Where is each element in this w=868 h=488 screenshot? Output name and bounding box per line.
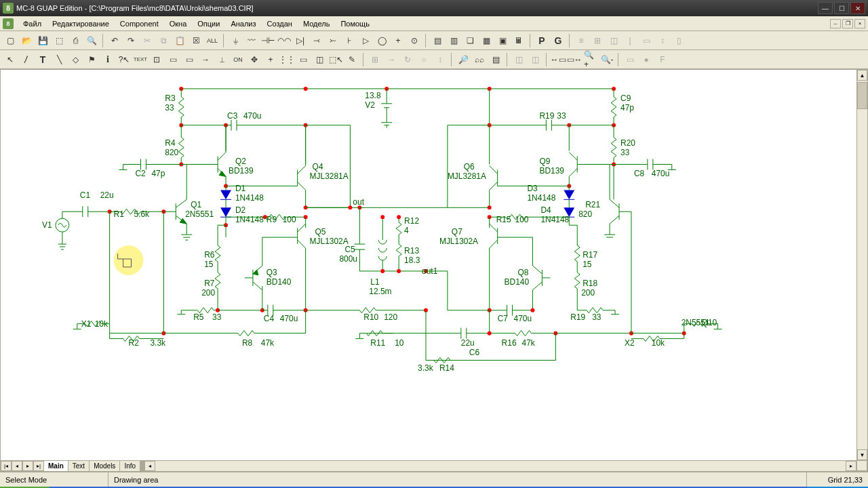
inductor-icon[interactable]: ◠◠ [277, 33, 292, 48]
net-tool[interactable]: ⊡ [149, 52, 164, 67]
lbl-r6v: 15 [204, 260, 214, 269]
scroll-up-icon[interactable]: ▲ [857, 70, 867, 81]
menu-file[interactable]: Файл [18, 20, 47, 28]
cascade-icon[interactable]: ❏ [462, 33, 477, 48]
edit-tool[interactable]: ✎ [344, 52, 359, 67]
text-tool[interactable]: T [35, 52, 50, 67]
minimize-button[interactable]: — [818, 2, 833, 14]
menu-options[interactable]: Опции [192, 20, 225, 28]
paste-icon[interactable]: 📋 [172, 33, 187, 48]
source-icon[interactable]: ◯ [374, 33, 389, 48]
mdi-close[interactable]: × [854, 19, 865, 28]
new-icon[interactable]: ▢ [3, 33, 18, 48]
tab-first-icon[interactable]: |◂ [1, 461, 12, 471]
diode-icon[interactable]: ▷| [293, 33, 308, 48]
vertical-scrollbar[interactable]: ▲ ▼ [856, 70, 867, 460]
svg-point-2 [304, 87, 308, 91]
menu-help[interactable]: Помощь [335, 20, 375, 28]
menu-create[interactable]: Создан [262, 20, 298, 28]
close-button[interactable]: ✕ [850, 2, 865, 14]
help-tool[interactable]: ?↖ [117, 52, 132, 67]
select-tool[interactable]: ↖ [3, 52, 18, 67]
open-icon[interactable]: 📂 [19, 33, 34, 48]
scroll-right-icon[interactable]: ▸ [846, 461, 856, 471]
undo-icon[interactable]: ↶ [107, 33, 122, 48]
menu-edit[interactable]: Редактирование [47, 20, 115, 28]
lbl-q5: Q5 [315, 227, 326, 237]
scroll-thumb[interactable] [857, 82, 867, 109]
plus-tool[interactable]: + [263, 52, 278, 67]
g-tool[interactable]: G [551, 33, 566, 48]
window-icon[interactable]: ▣ [495, 33, 510, 48]
scroll-down-icon[interactable]: ▼ [857, 449, 867, 460]
ground-icon[interactable]: ⏚ [228, 33, 243, 48]
move-tool[interactable]: ✥ [247, 52, 262, 67]
fit2-icon[interactable]: ▭↔ [567, 52, 582, 67]
delete-icon[interactable]: ☒ [189, 33, 203, 48]
mdi-minimize[interactable]: – [830, 19, 841, 28]
tab-main[interactable]: Main [44, 461, 68, 471]
tab-text[interactable]: Text [68, 461, 90, 471]
dotsrc-icon[interactable]: ⊙ [407, 33, 422, 48]
find-icon[interactable]: 🔎 [456, 52, 471, 67]
p-tool[interactable]: P [534, 33, 549, 48]
tile-v-icon[interactable]: ▥ [446, 33, 461, 48]
tab-info[interactable]: Info [120, 461, 140, 471]
menu-windows[interactable]: Окна [164, 20, 193, 28]
line-tool[interactable]: ╲ [52, 52, 66, 67]
zoomout-icon[interactable]: 🔍- [599, 52, 614, 67]
rect-tool[interactable]: ▭ [296, 52, 311, 67]
menu-component[interactable]: Component [115, 20, 164, 28]
statusbar: Select Mode Drawing area Grid 21,33 [0, 472, 868, 487]
arrow-tool[interactable]: → [198, 52, 213, 67]
preview-icon[interactable]: 🔍 [84, 33, 99, 48]
binoc-icon[interactable]: ⌕⌕ [472, 52, 487, 67]
lbl-d4v: 1N4148 [540, 215, 569, 224]
poly-tool[interactable]: ◇ [68, 52, 83, 67]
cut-icon[interactable]: ✂ [140, 33, 155, 48]
mdi-restore[interactable]: ❐ [842, 19, 853, 28]
wire-tool[interactable]: 〳 [19, 52, 34, 67]
copy-icon[interactable]: ⧉ [156, 33, 171, 48]
tab-prev-icon[interactable]: ◂ [12, 461, 22, 471]
capacitor-icon[interactable]: ⊣⊢ [260, 33, 275, 48]
lbl-x1: X1 [81, 319, 92, 329]
saveall-icon[interactable]: ⬚ [52, 33, 66, 48]
rects-tool[interactable]: ◫ [312, 52, 327, 67]
mosfet-icon[interactable]: ⊦ [342, 33, 357, 48]
npn-icon[interactable]: ⤙ [309, 33, 324, 48]
sel-tool[interactable]: ⬚↖ [328, 52, 343, 67]
box-tool[interactable]: ▭ [182, 52, 197, 67]
save-icon[interactable]: 💾 [35, 33, 50, 48]
menu-analysis[interactable]: Анализ [225, 20, 261, 28]
selectall-icon[interactable]: ALL [205, 33, 220, 48]
grid-tool[interactable]: ⋮⋮ [279, 52, 294, 67]
dis-i: ● [639, 52, 654, 67]
tab-next-icon[interactable]: ▸ [22, 461, 33, 471]
zoomin-icon[interactable]: 🔍+ [583, 52, 598, 67]
flag-tool[interactable]: ⚑ [84, 52, 99, 67]
info-tool[interactable]: i [100, 52, 115, 67]
tile-h-icon[interactable]: ▤ [430, 33, 445, 48]
tab-last-icon[interactable]: ▸| [33, 461, 44, 471]
print-icon[interactable]: ⎙ [68, 33, 83, 48]
scroll-left-icon[interactable]: ◂ [144, 461, 155, 471]
textbox-tool[interactable]: TEXT [133, 52, 148, 67]
comp-tool[interactable]: ▭ [165, 52, 180, 67]
switch-tool[interactable]: ON [231, 52, 245, 67]
probe-tool[interactable]: ⟂ [214, 52, 229, 67]
opamp-icon[interactable]: ▷ [358, 33, 373, 48]
redo-icon[interactable]: ↷ [123, 33, 138, 48]
list-icon[interactable]: ▤ [488, 52, 503, 67]
pnp-icon[interactable]: ⤚ [326, 33, 340, 48]
menu-model[interactable]: Модель [298, 20, 335, 28]
tab-models[interactable]: Models [90, 461, 120, 471]
resistor-icon[interactable]: 〰 [244, 33, 259, 48]
plus-icon[interactable]: + [391, 33, 406, 48]
dis2-icon: ⊞ [590, 33, 605, 48]
tile2-icon[interactable]: ▦ [479, 33, 494, 48]
fit-icon[interactable]: ↔▭ [551, 52, 566, 67]
maximize-button[interactable]: ☐ [834, 2, 849, 14]
calc-icon[interactable]: 🖩 [511, 33, 526, 48]
schematic-canvas[interactable]: 13.8 V2 R3 33 R4 820 C2 47p V1 C1 22u R1… [1, 70, 856, 460]
